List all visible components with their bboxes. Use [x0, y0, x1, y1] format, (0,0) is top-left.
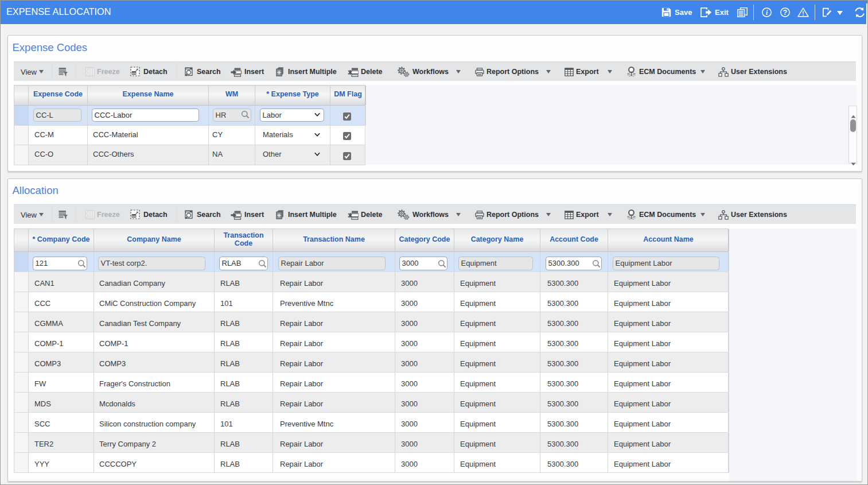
svg-text:?: ? [783, 9, 787, 17]
svg-text:i: i [766, 9, 768, 16]
